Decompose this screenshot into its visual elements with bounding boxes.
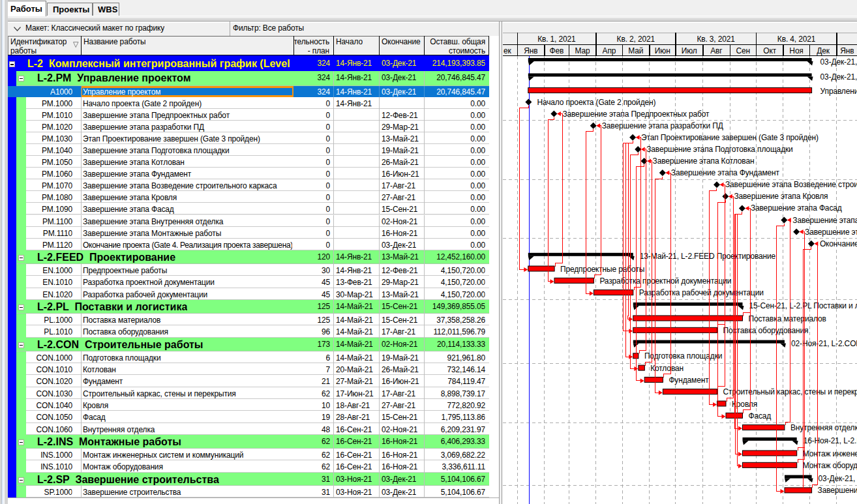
svg-text:Монтаж оборудования: Монтаж оборудования <box>803 461 857 470</box>
svg-text:Фасад: Фасад <box>749 411 772 421</box>
svg-text:03-Дек-21, L-2.PM Управление: 03-Дек-21, L-2.PM Управление проектом <box>820 72 857 82</box>
svg-text:Завершение этапа Фасад: Завершение этапа Фасад <box>751 203 842 213</box>
svg-text:Монтаж инженерных систем и ком: Монтаж инженерных систем и коммуникаций <box>803 449 857 458</box>
svg-text:03-Дек-21, L-2.SP Завершение: 03-Дек-21, L-2.SP Завершение строительст… <box>819 474 857 483</box>
svg-text:Этап Проектирование завершен (: Этап Проектирование завершен (Gate 3 про… <box>641 133 819 142</box>
svg-text:02-Ноя-21, L-2.CON Строительн: 02-Ноя-21, L-2.CON Строительные работы <box>791 339 857 348</box>
svg-text:Внутренняя отделка: Внутренняя отделка <box>790 423 857 432</box>
svg-text:Управление проектом: Управление проектом <box>820 87 857 96</box>
svg-text:Завершение этапа Внутренняя от: Завершение этапа Внутренняя отделка <box>792 216 857 225</box>
svg-text:13-Май-21, L-2.FEED Проектиро: 13-Май-21, L-2.FEED Проектирование <box>640 252 776 261</box>
svg-text:03-Дек-21, L-2 Комплексный ин: 03-Дек-21, L-2 Комплексный интегрированн… <box>820 57 857 67</box>
svg-text:Завершение этапа Возведение ст: Завершение этапа Возведение строительног… <box>725 180 857 189</box>
svg-text:Завершение этапа Фундамент: Завершение этапа Фундамент <box>671 168 780 177</box>
svg-text:Завершение этапа Предпроектных: Завершение этапа Предпроектных работ <box>562 110 710 119</box>
svg-text:Завершение этапа Кровля: Завершение этапа Кровля <box>734 192 828 201</box>
svg-text:16-Ноя-21, L-2.INS Монтажные: 16-Ноя-21, L-2.INS Монтажные работы <box>804 436 857 445</box>
svg-text:Поставка материалов: Поставка материалов <box>749 314 826 323</box>
svg-text:Окончание проекта (Gate 4. Реа: Окончание проекта (Gate 4. Реализация пр… <box>820 239 857 248</box>
svg-text:Завершение этапа Монтажные раб: Завершение этапа Монтажные работы <box>805 228 857 237</box>
svg-text:Завершение этапа Котлован: Завершение этапа Котлован <box>653 156 755 166</box>
svg-text:Разработка проектной документа: Разработка проектной документации <box>599 276 731 286</box>
svg-text:Завершение этапа разработки ПД: Завершение этапа разработки ПД <box>602 121 723 130</box>
svg-text:Начало проекта (Gate 2 пройден: Начало проекта (Gate 2 пройден) <box>537 98 655 107</box>
svg-text:Завершение этапа Подготовка пл: Завершение этапа Подготовка площадки <box>646 145 792 154</box>
svg-text:Разработка рабочей документаци: Разработка рабочей документации <box>639 288 764 297</box>
svg-text:Предпроектные работы: Предпроектные работы <box>560 265 644 274</box>
svg-text:Поставка оборудования: Поставка оборудования <box>723 326 809 335</box>
svg-text:Фундамент: Фундамент <box>669 376 709 385</box>
svg-text:Завершение строительства: Завершение строительства <box>818 486 857 495</box>
svg-text:Подготовка площадки: Подготовка площадки <box>644 351 722 361</box>
